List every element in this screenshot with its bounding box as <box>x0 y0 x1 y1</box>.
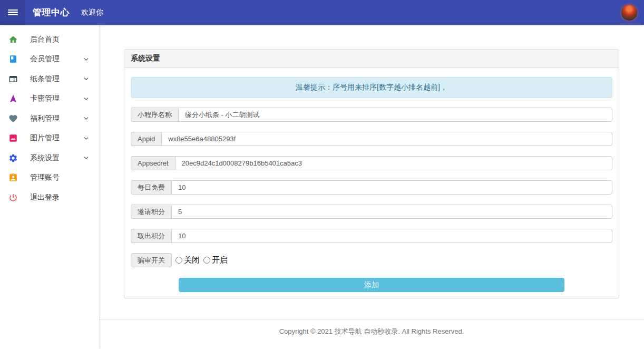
sidebar-item-label: 管理账号 <box>30 173 60 182</box>
field-label: 邀请积分 <box>131 205 171 219</box>
chevron-down-icon <box>83 135 90 142</box>
sidebar-item-label: 福利管理 <box>30 114 60 123</box>
sidebar-item-label: 会员管理 <box>30 54 60 64</box>
chevron-down-icon <box>83 154 90 161</box>
home-icon <box>8 35 18 44</box>
sidebar-item-label: 退出登录 <box>30 193 60 202</box>
radio-button[interactable] <box>175 257 182 264</box>
audit-switch-option[interactable]: 关闭 <box>175 255 200 265</box>
field-label: 取出积分 <box>131 229 171 243</box>
sidebar-item-admin-account[interactable]: 管理账号 <box>0 168 99 188</box>
add-button[interactable]: 添加 <box>179 278 564 292</box>
radio-button[interactable] <box>203 257 210 264</box>
sidebar-item-label: 纸条管理 <box>30 74 60 84</box>
field-input[interactable] <box>161 132 612 146</box>
copyright-text: Copyright © 2021 技术导航 自动秒收录. All Rights … <box>279 327 464 335</box>
chevron-down-icon <box>83 56 90 63</box>
field-input[interactable] <box>171 205 612 219</box>
welcome-text: 欢迎你 <box>81 8 103 17</box>
form-row: 小程序名称 <box>131 108 612 122</box>
field-input[interactable] <box>178 108 612 122</box>
field-label: Appid <box>131 132 161 146</box>
sidebar-item-label: 图片管理 <box>30 133 60 143</box>
field-label: 小程序名称 <box>131 108 178 122</box>
chevron-down-icon <box>83 95 90 102</box>
radio-label: 开启 <box>212 255 228 265</box>
topbar: 管理中心 欢迎你 <box>0 0 644 25</box>
sidebar-item-notes[interactable]: 纸条管理 <box>0 69 99 89</box>
members-icon <box>8 54 18 64</box>
settings-panel: 系统设置 温馨提示：序号用来排序[数字越小排名越前]， 小程序名称AppidAp… <box>124 49 619 298</box>
audit-switch-row: 骗审开关 关闭开启 <box>131 253 612 267</box>
sidebar-item-members[interactable]: 会员管理 <box>0 50 99 70</box>
field-label: Appsecret <box>131 156 175 170</box>
image-icon <box>8 133 18 143</box>
sidebar-item-welfare[interactable]: 福利管理 <box>0 109 99 129</box>
form-row: 邀请积分 <box>131 205 612 219</box>
form-row: Appsecret <box>131 156 612 170</box>
sidebar-item-image[interactable]: 图片管理 <box>0 129 99 149</box>
app-title: 管理中心 <box>33 6 70 18</box>
form-row: 取出积分 <box>131 229 612 243</box>
footer: Copyright © 2021 技术导航 自动秒收录. All Rights … <box>99 319 644 349</box>
chevron-down-icon <box>83 115 90 122</box>
sidebar-item-label: 卡密管理 <box>30 94 60 103</box>
main-area: 系统设置 温馨提示：序号用来排序[数字越小排名越前]， 小程序名称AppidAp… <box>99 25 644 349</box>
field-input[interactable] <box>171 180 612 195</box>
sidebar: 后台首页会员管理纸条管理卡密管理福利管理图片管理系统设置管理账号退出登录 <box>0 25 99 349</box>
sidebar-item-card-key[interactable]: 卡密管理 <box>0 89 99 109</box>
sidebar-item-label: 后台首页 <box>30 35 60 44</box>
settings-icon <box>8 153 18 163</box>
info-alert: 温馨提示：序号用来排序[数字越小排名越前]， <box>131 77 612 98</box>
field-input[interactable] <box>171 229 612 243</box>
radio-label: 关闭 <box>184 255 200 265</box>
field-input[interactable] <box>175 156 612 170</box>
notes-icon <box>8 74 18 84</box>
logout-icon <box>8 193 18 202</box>
sidebar-item-logout[interactable]: 退出登录 <box>0 188 99 208</box>
audit-switch-label: 骗审开关 <box>131 253 172 267</box>
field-label: 每日免费 <box>131 180 171 195</box>
card-key-icon <box>8 94 18 103</box>
sidebar-item-home[interactable]: 后台首页 <box>0 30 99 50</box>
form-row: Appid <box>131 132 612 146</box>
menu-icon[interactable] <box>0 0 25 25</box>
panel-title: 系统设置 <box>124 50 619 68</box>
chevron-down-icon <box>83 75 90 82</box>
audit-switch-option[interactable]: 开启 <box>203 255 228 265</box>
welfare-icon <box>8 114 18 123</box>
sidebar-item-label: 系统设置 <box>30 153 60 163</box>
form-row: 每日免费 <box>131 180 612 195</box>
sidebar-item-settings[interactable]: 系统设置 <box>0 148 99 168</box>
avatar[interactable] <box>621 5 637 21</box>
admin-account-icon <box>8 173 18 182</box>
